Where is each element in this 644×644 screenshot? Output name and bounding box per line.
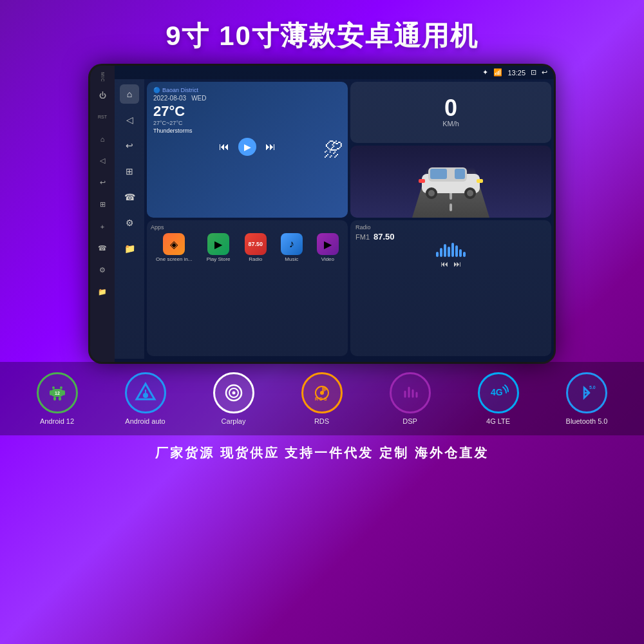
nav-location[interactable]: ◁ <box>120 110 139 129</box>
rds-icon-circle: R·D·S <box>301 372 343 413</box>
onescreen-icon: ◈ <box>163 233 185 255</box>
lte-icon: 4G <box>487 381 510 404</box>
svg-point-5 <box>428 190 435 196</box>
apps-grid: ◈ One screen in... ▶ Play Store 87.50 Ra… <box>151 233 344 262</box>
left-nav: ⌂ ◁ ↩ ⊞ ☎ ⚙ 📁 <box>115 79 144 359</box>
page-title: 9寸 10寸薄款安卓通用机 <box>0 0 644 54</box>
nav-back[interactable]: ↩ <box>120 136 139 155</box>
wave-bar-5 <box>451 243 454 257</box>
phone-button[interactable]: ☎ <box>93 240 111 258</box>
bluetooth-icon-circle: 5.0 <box>566 372 607 413</box>
svg-text:R·D·S: R·D·S <box>315 397 327 401</box>
radio-controls: ⏮ ⏭ <box>355 260 546 269</box>
4glte-label: 4G LTE <box>486 417 510 425</box>
bluetooth-label: Bluetooth 5.0 <box>566 417 608 425</box>
grid-button[interactable]: ⊞ <box>93 196 111 214</box>
carplay-icon <box>222 381 245 404</box>
rds-icon: R·D·S <box>310 381 334 404</box>
radio-station: FM1 <box>355 233 370 241</box>
app-video-label: Video <box>321 256 334 262</box>
car-svg <box>412 161 489 200</box>
weather-range: 27°C~27°C <box>153 120 341 126</box>
device-wrapper: MIC ⏻ RST ⌂ ◁ ↩ ⊞ + ☎ ⚙ 📁 ✦ 📶 13:25 ⊡ ↩ <box>0 66 644 362</box>
svg-point-23 <box>232 392 235 395</box>
next-button[interactable]: ⏭ <box>265 141 276 153</box>
features-section: 12 Android 12 Android auto Carplay <box>0 362 644 435</box>
mic-label: MIC <box>100 72 105 82</box>
feature-android-auto: Android auto <box>125 372 166 425</box>
feature-carplay: Carplay <box>213 372 254 425</box>
svg-point-7 <box>467 190 473 196</box>
svg-point-19 <box>143 393 148 398</box>
time-display: 13:25 <box>507 69 526 77</box>
music-icon: ♪ <box>281 233 303 255</box>
weather-temperature: 27°C <box>153 103 341 120</box>
android-icon: 12 <box>47 383 68 403</box>
app-music[interactable]: ♪ Music <box>281 233 303 262</box>
wave-bar-1 <box>436 252 439 257</box>
screen-icon: ⊡ <box>531 68 536 77</box>
location-text: Baoan District <box>162 87 198 93</box>
radio-info: FM1 87.50 <box>355 232 546 242</box>
android12-label: Android 12 <box>40 417 74 425</box>
rds-label: RDS <box>314 417 329 425</box>
svg-rect-14 <box>62 390 65 395</box>
weather-date: 2022-08-03 <box>153 95 186 102</box>
speed-widget: 0 KM/h <box>350 82 551 143</box>
svg-point-25 <box>320 391 324 395</box>
nav-button[interactable]: ◁ <box>93 152 111 170</box>
folder-button[interactable]: 📁 <box>93 283 111 301</box>
settings-button[interactable]: ⚙ <box>93 261 111 279</box>
weather-description: Thunderstorms <box>153 128 341 134</box>
radio-frequency: 87.50 <box>374 232 395 242</box>
volume-button[interactable]: + <box>93 218 111 236</box>
music-controls: ⏮ ▶ ⏭ <box>153 138 341 156</box>
radio-next-button[interactable]: ⏭ <box>453 260 461 269</box>
radio-icon: 87.50 <box>245 233 267 255</box>
wave-bar-7 <box>459 249 462 257</box>
app-onescreen[interactable]: ◈ One screen in... <box>156 233 192 262</box>
apps-label: Apps <box>151 224 344 231</box>
weather-day: WED <box>191 95 206 102</box>
nav-home[interactable]: ⌂ <box>120 84 139 104</box>
wave-bar-8 <box>463 252 466 257</box>
svg-rect-3 <box>455 169 465 179</box>
radio-wave-display <box>355 242 546 257</box>
speed-value: 0 <box>444 97 457 120</box>
carplay-label: Carplay <box>222 417 246 425</box>
prev-button[interactable]: ⏮ <box>219 141 229 153</box>
app-playstore[interactable]: ▶ Play Store <box>207 233 231 262</box>
power-button[interactable]: ⏻ <box>93 86 111 104</box>
svg-text:4G: 4G <box>491 387 503 397</box>
location-dot: 🔵 <box>153 87 160 93</box>
wave-bar-6 <box>455 245 458 257</box>
app-video[interactable]: ▶ Video <box>317 233 339 262</box>
back-button[interactable]: ↩ <box>93 174 111 192</box>
nav-apps[interactable]: ⊞ <box>120 162 139 181</box>
app-radio[interactable]: 87.50 Radio <box>245 233 267 262</box>
radio-label: Radio <box>355 224 546 231</box>
nav-settings[interactable]: ⚙ <box>120 213 139 232</box>
side-buttons: MIC ⏻ RST ⌂ ◁ ↩ ⊞ + ☎ ⚙ 📁 <box>90 66 115 362</box>
svg-point-10 <box>52 386 55 389</box>
bluetooth-icon: 5.0 <box>575 381 598 404</box>
app-onescreen-label: One screen in... <box>156 256 192 262</box>
svg-rect-8 <box>477 179 483 183</box>
nav-folder[interactable]: 📁 <box>120 239 139 258</box>
home-button[interactable]: ⌂ <box>93 130 111 148</box>
radio-prev-button[interactable]: ⏮ <box>440 260 448 269</box>
feature-4glte: 4G 4G LTE <box>478 372 519 425</box>
speed-unit: KM/h <box>442 120 459 128</box>
svg-rect-15 <box>53 397 56 401</box>
location-badge: 🔵 Baoan District <box>153 87 341 93</box>
svg-rect-13 <box>50 390 52 395</box>
feature-dsp: DSP <box>390 372 431 425</box>
app-radio-label: Radio <box>249 256 262 262</box>
svg-rect-16 <box>59 397 61 401</box>
svg-rect-9 <box>419 179 425 183</box>
nav-phone[interactable]: ☎ <box>120 187 139 207</box>
play-button[interactable]: ▶ <box>238 138 256 156</box>
apps-section: Apps ◈ One screen in... ▶ Play Store <box>147 220 348 356</box>
bottom-text: 厂家货源 现货供应 支持一件代发 定制 海外仓直发 <box>0 435 644 468</box>
video-icon: ▶ <box>317 233 339 255</box>
